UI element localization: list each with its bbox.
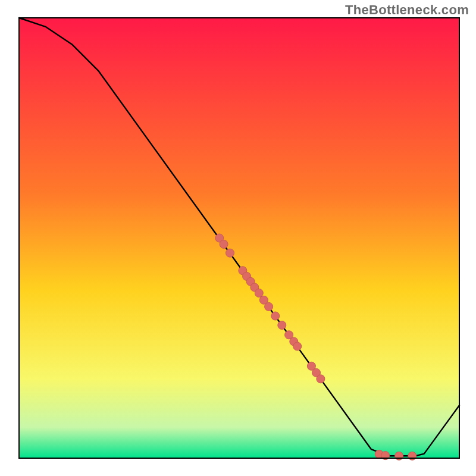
marker-dot xyxy=(395,452,403,460)
marker-dot xyxy=(271,312,280,320)
marker-dot xyxy=(278,321,286,330)
marker-dot xyxy=(265,302,273,311)
marker-dot xyxy=(408,452,416,460)
bottleneck-chart xyxy=(0,0,476,476)
marker-dot xyxy=(220,240,228,248)
marker-dot xyxy=(293,342,302,350)
marker-dot xyxy=(255,289,263,298)
marker-dot xyxy=(226,249,234,257)
watermark-text: TheBottleneck.com xyxy=(345,2,469,18)
chart-stage: TheBottleneck.com xyxy=(0,0,476,476)
marker-dot xyxy=(317,375,325,383)
plot-background xyxy=(19,18,459,458)
